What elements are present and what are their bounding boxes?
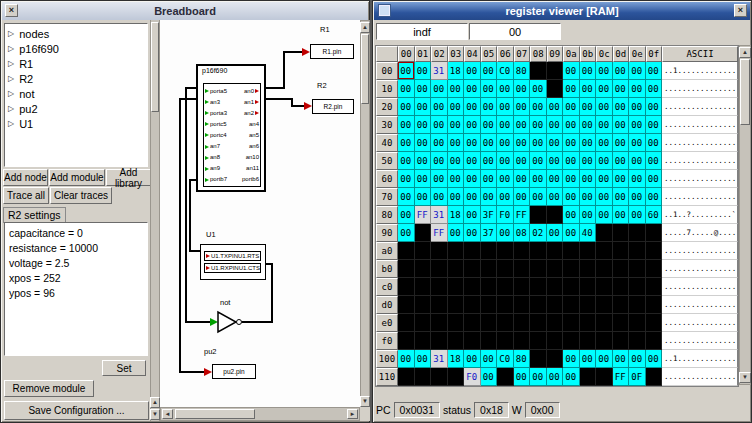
ram-cell-110-8[interactable]: 00 [530,368,547,386]
ram-cell-60-4[interactable]: 00 [464,170,481,188]
ram-cell-30-5[interactable]: 00 [481,116,498,134]
ram-cell-e0-e[interactable] [629,314,646,332]
ram-cell-40-c[interactable]: 00 [596,134,613,152]
trace-all-button[interactable]: Trace all [3,187,49,204]
ram-cell-30-7[interactable]: 00 [514,116,531,134]
expander-icon[interactable]: ▷ [8,104,14,113]
ram-cell-d0-f[interactable] [646,296,663,314]
ram-cell-a0-0[interactable] [398,242,415,260]
ram-cell-00-f[interactable]: 00 [646,62,663,80]
ram-cell-f0-f[interactable] [646,332,663,350]
ram-cell-50-5[interactable]: 00 [481,152,498,170]
tree-item-pu2[interactable]: ▷pu2 [5,101,147,116]
ram-cell-20-f[interactable]: 00 [646,98,663,116]
ram-cell-d0-2[interactable] [431,296,448,314]
ram-cell-b0-1[interactable] [415,260,432,278]
ram-cell-f0-c[interactable] [596,332,613,350]
canvas-vscroll[interactable]: ▲ ▼ [360,20,370,409]
ram-cell-30-6[interactable]: 00 [497,116,514,134]
ram-cell-e0-8[interactable] [530,314,547,332]
ram-cell-b0-4[interactable] [464,260,481,278]
ram-cell-80-b[interactable]: 00 [580,206,597,224]
ram-cell-30-1[interactable]: 00 [415,116,432,134]
ram-cell-d0-7[interactable] [514,296,531,314]
ram-cell-f0-4[interactable] [464,332,481,350]
ram-cell-00-3[interactable]: 18 [448,62,465,80]
ram-cell-d0-9[interactable] [547,296,564,314]
ram-cell-80-3[interactable]: 18 [448,206,465,224]
ram-cell-10-4[interactable]: 00 [464,80,481,98]
ram-cell-b0-6[interactable] [497,260,514,278]
ram-cell-b0-d[interactable] [613,260,630,278]
ram-cell-10-5[interactable]: 00 [481,80,498,98]
ram-cell-20-3[interactable]: 00 [448,98,465,116]
pin-label-an1[interactable]: an1 [244,99,259,105]
ram-cell-e0-f[interactable] [646,314,663,332]
ram-cell-d0-4[interactable] [464,296,481,314]
ram-cell-50-c[interactable]: 00 [596,152,613,170]
ram-cell-a0-b[interactable] [580,242,597,260]
ram-cell-a0-2[interactable] [431,242,448,260]
ram-cell-e0-2[interactable] [431,314,448,332]
ram-cell-80-d[interactable]: 00 [613,206,630,224]
ram-cell-40-b[interactable]: 00 [580,134,597,152]
ram-cell-80-4[interactable]: 00 [464,206,481,224]
tree-item-u1[interactable]: ▷U1 [5,116,147,131]
ram-cell-40-e[interactable]: 00 [629,134,646,152]
ram-cell-20-0[interactable]: 00 [398,98,415,116]
ram-cell-100-c[interactable]: 00 [596,350,613,368]
chip-p16f690[interactable]: p16f690 porta5an0an3an1porta3an2portc5an… [196,64,266,192]
ram-cell-50-7[interactable]: 00 [514,152,531,170]
ram-cell-c0-0[interactable] [398,278,415,296]
add-node-button[interactable]: Add node [3,169,48,186]
ram-cell-100-2[interactable]: 31 [431,350,448,368]
expander-icon[interactable]: ▷ [8,59,14,68]
r1-pin-box[interactable]: R1.pin [310,44,354,59]
ram-cell-70-d[interactable]: 00 [613,188,630,206]
ram-cell-60-b[interactable]: 00 [580,170,597,188]
ram-cell-40-1[interactable]: 00 [415,134,432,152]
ram-cell-a0-7[interactable] [514,242,531,260]
ram-cell-c0-b[interactable] [580,278,597,296]
ram-cell-100-9[interactable] [547,350,564,368]
ram-cell-100-b[interactable]: 00 [580,350,597,368]
tree-item-nodes[interactable]: ▷nodes [5,26,147,41]
ram-cell-d0-6[interactable] [497,296,514,314]
ram-cell-f0-e[interactable] [629,332,646,350]
ram-cell-100-1[interactable]: 00 [415,350,432,368]
ram-cell-20-8[interactable]: 00 [530,98,547,116]
ram-cell-90-b[interactable]: 40 [580,224,597,242]
ram-cell-d0-8[interactable] [530,296,547,314]
ram-cell-70-b[interactable]: 00 [580,188,597,206]
remove-module-button[interactable]: Remove module [4,380,94,397]
ram-cell-80-f[interactable]: 60 [646,206,663,224]
scroll-down-icon[interactable]: ▼ [739,372,751,383]
ram-cell-60-c[interactable]: 00 [596,170,613,188]
ram-cell-70-c[interactable]: 00 [596,188,613,206]
ram-cell-f0-a[interactable] [563,332,580,350]
ram-cell-80-0[interactable]: 00 [398,206,415,224]
ram-cell-50-e[interactable]: 00 [629,152,646,170]
breadboard-canvas[interactable]: R1 R1.pin R2 R2.pin p16f690 porta5an0an3… [160,20,360,409]
ram-cell-30-2[interactable]: 00 [431,116,448,134]
ram-cell-30-3[interactable]: 00 [448,116,465,134]
ram-cell-50-4[interactable]: 00 [464,152,481,170]
ram-cell-40-d[interactable]: 00 [613,134,630,152]
ram-cell-c0-7[interactable] [514,278,531,296]
ram-cell-e0-5[interactable] [481,314,498,332]
ram-cell-20-2[interactable]: 00 [431,98,448,116]
ram-cell-50-b[interactable]: 00 [580,152,597,170]
ram-cell-c0-4[interactable] [464,278,481,296]
ram-cell-e0-4[interactable] [464,314,481,332]
ram-cell-00-7[interactable]: 80 [514,62,531,80]
ram-cell-d0-a[interactable] [563,296,580,314]
ram-cell-20-1[interactable]: 00 [415,98,432,116]
ram-cell-40-5[interactable]: 00 [481,134,498,152]
ram-cell-90-e[interactable] [629,224,646,242]
ram-cell-e0-9[interactable] [547,314,564,332]
ram-cell-a0-4[interactable] [464,242,481,260]
ram-cell-b0-a[interactable] [563,260,580,278]
pin-label-porta5[interactable]: porta5 [205,88,227,94]
ram-cell-20-6[interactable]: 00 [497,98,514,116]
ram-cell-90-5[interactable]: 37 [481,224,498,242]
